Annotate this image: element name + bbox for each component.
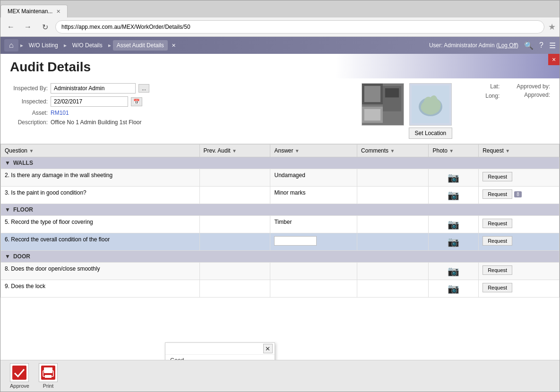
back-button[interactable]: ← bbox=[4, 20, 17, 34]
photo-cell[interactable]: 📷 bbox=[429, 233, 479, 251]
forward-button[interactable]: → bbox=[21, 20, 34, 34]
long-label: Long: bbox=[462, 93, 500, 99]
photo-cell[interactable]: 📷 bbox=[429, 263, 479, 280]
answer-input[interactable] bbox=[274, 236, 317, 246]
request-cell: Request bbox=[479, 280, 560, 298]
photo-cell[interactable]: 📷 bbox=[429, 187, 479, 204]
question-text: 2. Is there any damage in the wall sheet… bbox=[5, 172, 112, 179]
answer-cell[interactable] bbox=[270, 263, 357, 280]
dropdown-option[interactable]: Good bbox=[165, 355, 275, 360]
answer-cell[interactable] bbox=[270, 280, 357, 298]
asset-link[interactable]: RM101 bbox=[51, 110, 69, 116]
bottom-bar: Approve Print bbox=[0, 360, 560, 392]
answer-dropdown[interactable]: ✕ GoodMinor wear/marksRequires replaceme… bbox=[165, 342, 275, 360]
photo-cell[interactable]: 📷 bbox=[429, 216, 479, 233]
answer-cell[interactable]: Minor marks bbox=[270, 187, 357, 204]
camera-icon[interactable]: 📷 bbox=[448, 219, 459, 230]
answer-cell[interactable]: Undamaged bbox=[270, 169, 357, 187]
section-row: ▼WALLS bbox=[1, 157, 560, 169]
breadcrumb-wo-details[interactable]: W/O Details bbox=[69, 40, 106, 51]
audit-table: Question ▼ Prev. Audit ▼ Answer ▼ Commen… bbox=[0, 144, 560, 298]
bookmark-icon[interactable]: ★ bbox=[548, 22, 556, 32]
menu-icon[interactable]: ☰ bbox=[549, 41, 556, 50]
request-cell: Request bbox=[479, 216, 560, 233]
comments-cell[interactable] bbox=[357, 169, 429, 187]
photo-cell[interactable]: 📷 bbox=[429, 280, 479, 298]
dropdown-close-button[interactable]: ✕ bbox=[263, 344, 273, 353]
tab-title: MEX Maintenan... bbox=[8, 8, 52, 15]
camera-icon[interactable]: 📷 bbox=[448, 283, 459, 294]
question-cell: 8. Does the door open/close smoothly bbox=[1, 263, 200, 280]
page-close-button[interactable]: × bbox=[548, 54, 560, 65]
svg-rect-14 bbox=[46, 372, 48, 373]
inspected-by-input[interactable] bbox=[51, 83, 136, 94]
request-button[interactable]: Request bbox=[482, 236, 512, 246]
comments-cell[interactable] bbox=[357, 187, 429, 204]
browser-nav: ← → ↻ ★ bbox=[0, 17, 560, 37]
print-icon bbox=[39, 363, 58, 382]
question-text: 3. Is the paint in good condition? bbox=[5, 189, 86, 196]
breadcrumb-close-icon[interactable]: ✕ bbox=[172, 43, 176, 49]
browse-button[interactable]: ... bbox=[138, 84, 149, 93]
home-button[interactable]: ⌂ bbox=[4, 39, 18, 51]
request-button[interactable]: Request bbox=[482, 189, 512, 199]
inspected-by-row: Inspected By: ... bbox=[10, 83, 352, 94]
description-label: Description: bbox=[10, 119, 48, 126]
camera-icon[interactable]: 📷 bbox=[448, 237, 459, 247]
col-request[interactable]: Request ▼ bbox=[479, 145, 560, 157]
col-answer[interactable]: Answer ▼ bbox=[270, 145, 357, 157]
comments-cell[interactable] bbox=[357, 216, 429, 233]
col-prev-audit[interactable]: Prev. Audit ▼ bbox=[199, 145, 270, 157]
answer-text: Timber bbox=[274, 219, 292, 225]
sort-icon-answer: ▼ bbox=[295, 148, 300, 153]
prev-audit-cell bbox=[199, 169, 270, 187]
address-bar[interactable] bbox=[55, 20, 544, 34]
approve-label: Approve bbox=[10, 383, 29, 389]
request-badge[interactable]: 8 bbox=[514, 191, 522, 197]
logout-link[interactable]: Log Off bbox=[498, 42, 517, 49]
answer-cell[interactable]: Timber bbox=[270, 216, 357, 233]
camera-icon[interactable]: 📷 bbox=[448, 172, 459, 183]
col-comments[interactable]: Comments ▼ bbox=[357, 145, 429, 157]
asset-photo bbox=[362, 83, 404, 126]
section-toggle[interactable]: ▼ bbox=[5, 160, 10, 166]
nav-user-area: User: Administrator Admin (Log Off) 🔍 ? … bbox=[429, 41, 556, 50]
col-photo[interactable]: Photo ▼ bbox=[429, 145, 479, 157]
breadcrumb-wo-listing[interactable]: W/O Listing bbox=[25, 40, 62, 51]
approve-icon bbox=[10, 363, 29, 382]
section-toggle[interactable]: ▼ bbox=[5, 206, 10, 213]
calendar-button[interactable]: 📅 bbox=[131, 97, 142, 106]
sort-icon-photo: ▼ bbox=[449, 148, 454, 153]
help-icon[interactable]: ? bbox=[539, 41, 543, 50]
request-button[interactable]: Request bbox=[482, 265, 512, 275]
request-button[interactable]: Request bbox=[482, 283, 512, 292]
print-button[interactable]: Print bbox=[39, 363, 58, 389]
map-svg bbox=[412, 85, 449, 123]
breadcrumb-asset-audit[interactable]: Asset Audit Details bbox=[113, 40, 168, 51]
refresh-button[interactable]: ↻ bbox=[38, 20, 52, 34]
request-button[interactable]: Request bbox=[482, 172, 512, 181]
section-toggle[interactable]: ▼ bbox=[5, 253, 10, 260]
search-icon[interactable]: 🔍 bbox=[524, 41, 534, 50]
col-question[interactable]: Question ▼ bbox=[1, 145, 200, 157]
request-button[interactable]: Request bbox=[482, 219, 512, 228]
col-prev-label: Prev. Audit bbox=[204, 147, 231, 154]
photo-cell[interactable]: 📷 bbox=[429, 169, 479, 187]
set-location-button[interactable]: Set Location bbox=[409, 128, 453, 139]
svg-rect-11 bbox=[44, 367, 52, 373]
answer-cell[interactable] bbox=[270, 233, 357, 251]
approve-button[interactable]: Approve bbox=[10, 363, 29, 389]
comments-cell[interactable] bbox=[357, 233, 429, 251]
browser-tab[interactable]: MEX Maintenan... ✕ bbox=[0, 5, 68, 17]
tab-close-icon[interactable]: ✕ bbox=[56, 9, 60, 15]
inspected-date-row: Inspected: 📅 bbox=[10, 96, 352, 107]
camera-icon[interactable]: 📷 bbox=[448, 190, 459, 200]
breadcrumb-sep-2: ▸ bbox=[64, 42, 67, 49]
answer-text: Minor marks bbox=[274, 189, 305, 196]
approved-label: Approved: bbox=[517, 92, 550, 98]
inspected-date-input[interactable] bbox=[51, 96, 128, 107]
comments-cell[interactable] bbox=[357, 280, 429, 298]
comments-cell[interactable] bbox=[357, 263, 429, 280]
camera-icon[interactable]: 📷 bbox=[448, 266, 459, 276]
page-content: Audit Details × Inspected By: ... Inspec… bbox=[0, 54, 560, 392]
